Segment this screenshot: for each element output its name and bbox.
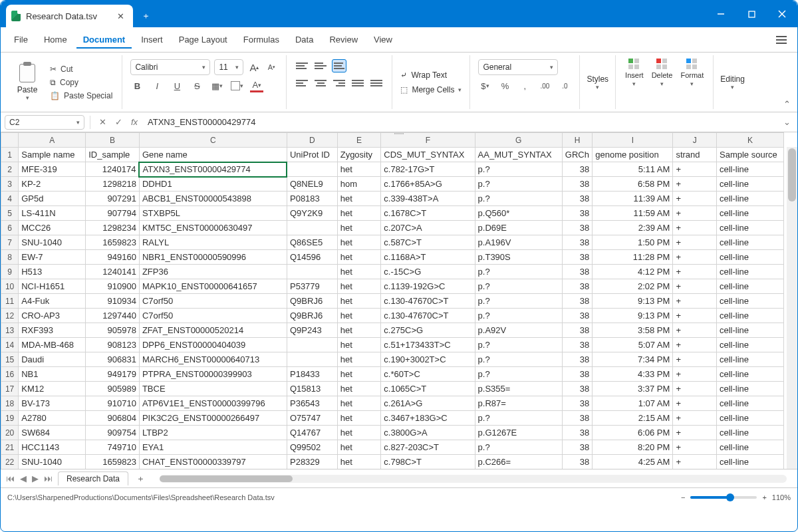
cell[interactable]: + — [673, 455, 717, 469]
cell[interactable]: Q14596 — [287, 250, 337, 265]
maximize-button[interactable] — [736, 1, 767, 27]
cell[interactable]: 2:02 PM — [593, 279, 673, 294]
cell[interactable]: LTBP2 — [139, 426, 287, 440]
cell[interactable]: p.? — [475, 177, 562, 192]
row-header-20[interactable]: 20 — [1, 426, 19, 440]
cell[interactable]: CRO-AP3 — [19, 309, 86, 323]
cell[interactable]: p.? — [475, 367, 562, 382]
cell[interactable]: cell-line — [716, 367, 783, 382]
zoom-in-button[interactable]: + — [762, 493, 766, 501]
col-header-J[interactable]: J — [673, 133, 717, 148]
cell[interactable]: 910934 — [86, 294, 140, 309]
cell[interactable]: 906831 — [86, 352, 140, 367]
cell[interactable]: RALYL — [139, 235, 287, 250]
cell[interactable]: 3:37 PM — [593, 382, 673, 396]
row-header-22[interactable]: 22 — [1, 455, 19, 469]
cell[interactable]: 38 — [562, 396, 592, 411]
cell[interactable]: + — [673, 309, 717, 323]
header-cell[interactable]: genome position — [593, 148, 673, 162]
cell[interactable]: 1:50 PM — [593, 235, 673, 250]
zoom-slider[interactable] — [690, 496, 757, 499]
cell[interactable]: p.? — [475, 411, 562, 426]
indent-increase-button[interactable] — [369, 76, 384, 90]
cell[interactable]: 6:06 PM — [593, 426, 673, 440]
header-cell[interactable]: Gene name — [139, 148, 287, 162]
spreadsheet-grid[interactable]: ABCDEFGHIJK1Sample nameID_sampleGene nam… — [1, 132, 797, 469]
cell[interactable]: 5:11 AM — [593, 162, 673, 177]
cell[interactable]: 38 — [562, 162, 592, 177]
cell[interactable]: 4:12 PM — [593, 265, 673, 279]
cell[interactable]: NBR1_ENST00000590996 — [139, 250, 287, 265]
menu-home[interactable]: Home — [37, 31, 74, 49]
cell[interactable]: P53779 — [287, 279, 337, 294]
close-tab-icon[interactable]: ✕ — [116, 11, 126, 21]
cell[interactable]: EYA1 — [139, 440, 287, 455]
cell[interactable]: 38 — [562, 352, 592, 367]
sheet-nav-prev-icon[interactable]: ◀ — [19, 473, 28, 483]
cell[interactable]: p.D69E — [475, 221, 562, 235]
cell[interactable]: Q9BRJ6 — [287, 294, 337, 309]
cell[interactable]: KP-2 — [19, 177, 86, 192]
cell[interactable]: c.798C>T — [381, 455, 475, 469]
horizontal-scrollbar[interactable] — [160, 475, 787, 483]
cell[interactable]: p.? — [475, 279, 562, 294]
cell[interactable]: + — [673, 367, 717, 382]
cell[interactable]: c.-15C>G — [381, 265, 475, 279]
cell[interactable]: het — [337, 382, 381, 396]
align-top-button[interactable] — [295, 59, 309, 72]
percent-button[interactable]: % — [498, 79, 511, 92]
cell[interactable] — [287, 338, 337, 352]
cell[interactable]: 1659823 — [86, 235, 140, 250]
cell[interactable]: 907794 — [86, 206, 140, 221]
cell[interactable]: 38 — [562, 411, 592, 426]
cell[interactable]: cell-line — [716, 338, 783, 352]
cell[interactable]: ZFP36 — [139, 265, 287, 279]
cell[interactable]: p.? — [475, 440, 562, 455]
decrease-font-icon[interactable]: A▾ — [265, 61, 278, 74]
header-cell[interactable]: Sample source — [716, 148, 783, 162]
cell[interactable]: + — [673, 294, 717, 309]
cell[interactable]: CHAT_ENST00000339797 — [139, 455, 287, 469]
cell[interactable]: p.G1267E — [475, 426, 562, 440]
cell[interactable]: p.? — [475, 162, 562, 177]
cell[interactable]: SNU-1040 — [19, 455, 86, 469]
header-cell[interactable]: UniProt ID — [287, 148, 337, 162]
cancel-formula-icon[interactable]: ✕ — [96, 117, 109, 127]
hamburger-icon[interactable] — [772, 32, 791, 48]
cell[interactable]: 38 — [562, 382, 592, 396]
cell[interactable]: ZFAT_ENST00000520214 — [139, 323, 287, 338]
cell[interactable]: p.T390S — [475, 250, 562, 265]
cell[interactable]: het — [337, 323, 381, 338]
cell[interactable]: P28329 — [287, 455, 337, 469]
header-cell[interactable]: AA_MUT_SYNTAX — [475, 148, 562, 162]
cell[interactable]: 11:59 AM — [593, 206, 673, 221]
fill-color-button[interactable]: ▾ — [230, 79, 243, 92]
cell[interactable]: c.1139-192G>C — [381, 279, 475, 294]
menu-data[interactable]: Data — [289, 31, 320, 49]
cell[interactable]: hom — [337, 177, 381, 192]
align-bottom-button[interactable] — [332, 59, 346, 72]
select-all-corner[interactable] — [1, 133, 19, 148]
cell[interactable]: 1297440 — [86, 309, 140, 323]
header-cell[interactable]: strand — [673, 148, 717, 162]
col-header-K[interactable]: K — [716, 133, 783, 148]
cell[interactable]: GP5d — [19, 192, 86, 206]
cell[interactable]: 906804 — [86, 411, 140, 426]
cell[interactable]: MFE-319 — [19, 162, 86, 177]
row-header-16[interactable]: 16 — [1, 367, 19, 382]
menu-page-layout[interactable]: Page Layout — [172, 31, 234, 49]
cell[interactable]: cell-line — [716, 426, 783, 440]
cell[interactable]: 38 — [562, 250, 592, 265]
cell[interactable]: 1659823 — [86, 455, 140, 469]
cell[interactable]: 38 — [562, 338, 592, 352]
row-header-15[interactable]: 15 — [1, 352, 19, 367]
cell[interactable]: + — [673, 192, 717, 206]
cell[interactable]: 38 — [562, 235, 592, 250]
cell[interactable]: 1240141 — [86, 265, 140, 279]
cell[interactable]: het — [337, 206, 381, 221]
cell[interactable]: 907291 — [86, 192, 140, 206]
cell[interactable]: c.1168A>T — [381, 250, 475, 265]
bold-button[interactable]: B — [130, 79, 144, 92]
cell[interactable]: + — [673, 206, 717, 221]
increase-decimal-button[interactable]: .00 — [538, 79, 551, 92]
